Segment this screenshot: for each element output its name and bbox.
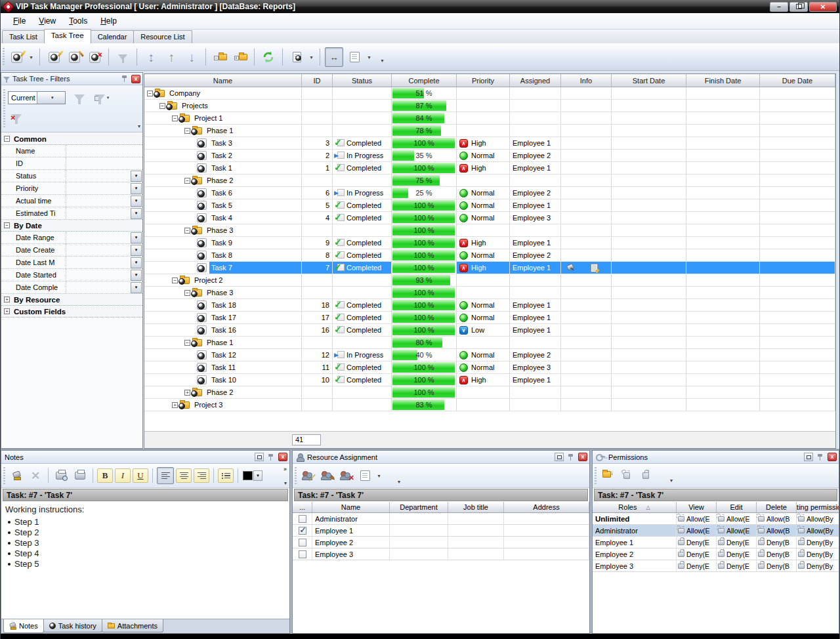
tree-collapse-icon[interactable]: − xyxy=(184,178,190,184)
task-row-phase-2[interactable]: −Phase 2 75 % xyxy=(144,175,835,187)
filter-value[interactable] xyxy=(66,157,142,169)
pin-icon[interactable] xyxy=(567,453,575,461)
close-button[interactable]: ✕ xyxy=(809,2,837,12)
chevron-down-icon[interactable]: ▾ xyxy=(131,196,142,207)
assign-resource-button[interactable]: ／ xyxy=(299,467,316,484)
edit-assignment-button[interactable]: ✎ xyxy=(318,467,335,484)
permission-row-employee-2[interactable]: Employee 2Deny(EDeny(EDeny(BDeny(By xyxy=(593,548,839,560)
section-expand-icon[interactable]: + xyxy=(4,297,10,302)
copy-task-menu[interactable]: ▾ xyxy=(308,47,315,67)
resource-row-employee-1[interactable]: Employee 1 xyxy=(293,525,589,537)
chevron-down-icon[interactable]: ▾ xyxy=(670,478,673,484)
filter-field-date-last-m[interactable]: Date Last M ▾ xyxy=(1,257,142,269)
restore-button[interactable] xyxy=(789,2,808,12)
filter-value[interactable] xyxy=(66,145,142,157)
permission-view[interactable]: Deny(E xyxy=(677,560,717,571)
task-row-task-4[interactable]: Task 4 4 Completed 100 % Normal Employee… xyxy=(144,212,835,224)
task-row-task-2[interactable]: Task 2 2 In Progress 35 % Normal Employe… xyxy=(144,150,835,162)
filter-value[interactable] xyxy=(66,232,131,243)
task-row-task-9[interactable]: Task 9 9 Completed 100 % ∧High Employee … xyxy=(144,237,835,249)
filter-value[interactable] xyxy=(66,257,131,268)
tree-expand-icon[interactable]: + xyxy=(184,390,190,396)
save-filter-button[interactable]: ▾ xyxy=(93,89,110,106)
chevron-down-icon[interactable]: ▾ xyxy=(131,208,142,219)
task-row-task-6[interactable]: Task 6 6 In Progress 25 % Normal Employe… xyxy=(144,187,835,199)
filter-field-priority[interactable]: Priority ▾ xyxy=(1,182,142,195)
filter-field-date-create[interactable]: Date Create ▾ xyxy=(1,244,142,257)
filter-field-date-comple[interactable]: Date Comple ▾ xyxy=(1,281,142,294)
expand-collapse-tasks-button[interactable]: ↕ xyxy=(142,47,160,67)
column-header-select[interactable]: ... xyxy=(293,502,312,512)
new-task-button[interactable] xyxy=(7,47,26,67)
permission-setting-permissions[interactable]: Allow(By xyxy=(797,525,839,536)
resource-assignment-close-icon[interactable]: x xyxy=(578,453,587,461)
filter-field-actual-time[interactable]: Actual time ▾ xyxy=(1,195,142,207)
column-header-tting-permissio[interactable]: tting permissio xyxy=(797,502,839,512)
toolbar-overflow[interactable]: ▾ xyxy=(379,51,386,70)
lock-permission-button[interactable] xyxy=(637,467,654,484)
column-header-job-title[interactable]: Job title xyxy=(448,502,504,512)
resource-checkbox[interactable] xyxy=(299,515,306,523)
chevron-down-icon[interactable]: ▾ xyxy=(131,282,142,293)
remove-assignment-button[interactable]: ✕ xyxy=(337,467,354,484)
columns-settings-menu[interactable]: ▾ xyxy=(375,466,383,485)
task-row-task-16[interactable]: Task 16 16 Completed 100 % ∨Low Employee… xyxy=(144,324,835,337)
task-row-phase-2[interactable]: +Phase 2 100 % xyxy=(144,386,835,399)
tree-collapse-icon[interactable]: − xyxy=(184,290,190,296)
task-row-project-1[interactable]: −Project 1 84 % xyxy=(144,112,835,125)
pin-icon[interactable] xyxy=(121,75,129,83)
filter-field-status[interactable]: Status ▾ xyxy=(1,170,142,182)
task-row-task-3[interactable]: Task 3 3 Completed 100 % ∧High Employee … xyxy=(144,137,835,150)
column-header-address[interactable]: Address xyxy=(504,502,589,512)
permission-delete[interactable]: Deny(B xyxy=(757,537,797,548)
restore-panel-icon[interactable] xyxy=(804,453,813,461)
minimize-button[interactable]: – xyxy=(770,2,788,12)
chevron-down-icon[interactable]: ▾ xyxy=(131,245,142,256)
filter-value[interactable] xyxy=(66,182,131,194)
filter-field-estimated-ti[interactable]: Estimated Ti ▾ xyxy=(1,207,142,220)
permission-row-employee-3[interactable]: Employee 3Deny(EDeny(EDeny(BDeny(By xyxy=(593,560,839,572)
permission-delete[interactable]: Deny(B xyxy=(757,560,797,571)
task-row-phase-1[interactable]: −Phase 1 80 % xyxy=(144,337,835,349)
align-center-button[interactable] xyxy=(176,468,192,483)
chevron-down-icon[interactable]: ▾ xyxy=(131,270,142,281)
tab-task-history[interactable]: Task history xyxy=(43,619,102,632)
tree-collapse-icon[interactable]: − xyxy=(147,91,153,96)
column-header-complete[interactable]: Complete xyxy=(392,74,457,87)
chevron-down-icon[interactable]: ▾ xyxy=(253,470,262,481)
permission-view[interactable]: Allow(E xyxy=(677,525,717,536)
permission-delete[interactable]: Deny(B xyxy=(757,548,797,560)
filter-field-date-started[interactable]: Date Started ▾ xyxy=(1,269,142,281)
column-header-department[interactable]: Department xyxy=(390,502,448,512)
permission-setting-permissions[interactable]: Allow(By xyxy=(797,513,839,524)
apply-filter-button[interactable] xyxy=(71,89,88,106)
filter-value[interactable] xyxy=(66,195,131,207)
tree-collapse-icon[interactable]: − xyxy=(184,228,190,234)
expand-all-button[interactable]: + xyxy=(231,47,249,67)
unlock-permission-button[interactable] xyxy=(618,467,635,484)
column-header-finish-date[interactable]: Finish Date xyxy=(686,74,760,87)
permission-row-unlimited[interactable]: UnlimitedAllow(EAllow(EAllow(BAllow(By xyxy=(593,513,839,525)
column-header-info[interactable]: Info xyxy=(561,74,612,87)
task-row-task-18[interactable]: Task 18 18 Completed 100 % Normal Employ… xyxy=(144,299,835,312)
align-left-button[interactable] xyxy=(157,467,174,484)
section-expand-icon[interactable]: + xyxy=(4,308,10,314)
move-task-up-button[interactable]: ↑ xyxy=(162,47,180,67)
copy-task-button[interactable] xyxy=(287,47,306,67)
filter-value[interactable] xyxy=(66,244,131,256)
permission-row-employee-1[interactable]: Employee 1Deny(EDeny(EDeny(BDeny(By xyxy=(593,537,839,548)
tree-collapse-icon[interactable]: − xyxy=(184,340,190,346)
chevron-down-icon[interactable]: ▾ xyxy=(131,232,142,243)
task-row-task-8[interactable]: Task 8 8 Completed 100 % Normal Employee… xyxy=(144,249,835,262)
notes-close-icon[interactable]: x xyxy=(278,453,287,461)
menu-tools[interactable]: Tools xyxy=(63,14,93,28)
filter-value[interactable] xyxy=(66,269,131,281)
column-header-name[interactable]: Name xyxy=(312,502,390,512)
collapse-all-button[interactable]: − xyxy=(211,47,229,67)
resource-checkbox[interactable] xyxy=(299,539,306,546)
font-color-button[interactable]: ▾ xyxy=(242,467,263,484)
column-header-status[interactable]: Status xyxy=(333,74,392,87)
tree-collapse-icon[interactable]: − xyxy=(184,128,190,134)
filter-section-custom-fields[interactable]: +Custom Fields xyxy=(1,306,142,318)
task-row-task-11[interactable]: Task 11 11 Completed 100 % Normal Employ… xyxy=(144,361,835,374)
